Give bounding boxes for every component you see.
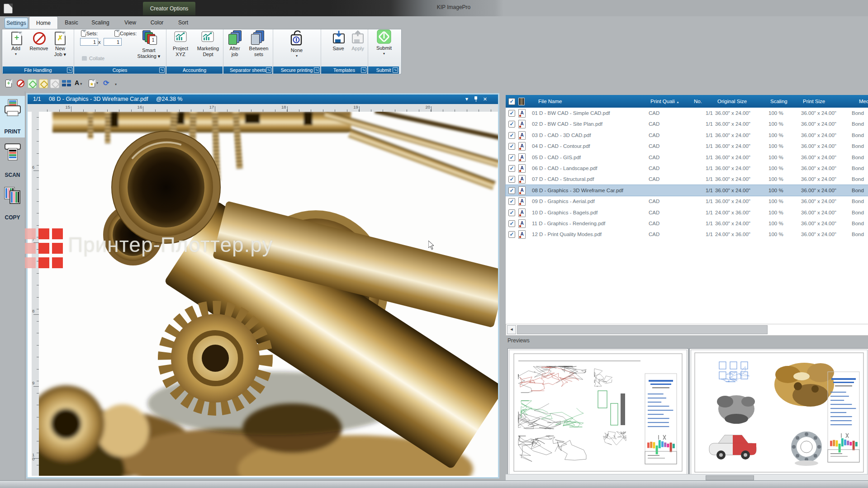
row-checkbox[interactable]: ✓ <box>508 187 515 194</box>
preview-thumbnail-1[interactable] <box>508 348 688 477</box>
tab-sort[interactable]: Sort <box>174 16 192 29</box>
thumbnail-1-drawing <box>509 350 687 475</box>
preview-close-icon[interactable]: ✕ <box>483 95 487 104</box>
row-checkbox[interactable]: ✓ <box>508 143 515 150</box>
scroll-left-arrow[interactable]: ◄ <box>507 325 516 334</box>
secure-printing-dialog-launcher[interactable]: ⇘ <box>314 67 319 73</box>
table-row[interactable]: ✓A02 D - BW CAD - Site Plan.pdfCAD1/136.… <box>506 118 868 129</box>
preview-canvas[interactable] <box>39 112 498 476</box>
pdf-file-icon: A <box>518 164 526 173</box>
table-row[interactable]: ✓A06 D - CAD - Landscape.pdfCAD1/136.00"… <box>506 163 868 174</box>
header-print-quality[interactable]: Print Quali ▲ <box>650 95 679 108</box>
table-row[interactable]: ✓A12 D - Print Quality Modes.pdfCAD1/124… <box>506 229 868 240</box>
preview-thumbnail-2[interactable] <box>689 348 868 477</box>
save-floppy-icon <box>332 30 345 44</box>
table-row[interactable]: ✓A05 D - CAD - GIS.pdfCAD1/136.00" x 24.… <box>506 152 868 163</box>
cell-original: 36.00" x 24.00" <box>715 196 757 207</box>
table-row[interactable]: ✓A09 D - Graphics - Aerial.pdfCAD1/136.0… <box>506 196 868 207</box>
toolbar-stacking-view-button[interactable] <box>62 79 72 87</box>
toolbar-remove-button[interactable] <box>16 79 24 87</box>
row-checkbox[interactable]: ✓ <box>508 154 515 161</box>
cell-media: Bond <box>852 152 868 163</box>
row-checkbox[interactable]: ✓ <box>508 176 515 183</box>
header-scaling[interactable]: Scaling <box>770 95 787 108</box>
header-print-size[interactable]: Print Size <box>803 95 825 108</box>
ruler-h-label: 19 <box>353 104 358 109</box>
previews-scrollbar-thumb[interactable] <box>706 475 754 480</box>
toolbar-submit-green-button[interactable] <box>28 79 37 88</box>
cell-media: Bond <box>852 118 868 129</box>
ruler-corner <box>28 104 39 112</box>
cell-media: Bond <box>852 229 868 240</box>
templates-dialog-launcher[interactable]: ⇘ <box>361 67 366 73</box>
toolbar-add-button[interactable]: + <box>5 79 13 87</box>
app-icon[interactable] <box>4 4 13 14</box>
row-checkbox[interactable]: ✓ <box>508 231 515 238</box>
tab-scaling[interactable]: Scaling <box>86 16 115 29</box>
cell-name: 11 D - Graphics - Rendering.pdf <box>532 218 645 229</box>
row-checkbox[interactable]: ✓ <box>508 121 515 128</box>
select-all-checkbox[interactable]: ✓ <box>508 98 515 105</box>
file-table-horizontal-scrollbar[interactable]: ◄ <box>506 324 868 336</box>
file-handling-dialog-launcher[interactable]: ⇘ <box>67 67 72 73</box>
header-file-name[interactable]: File Name <box>538 95 562 108</box>
tab-basic[interactable]: Basic <box>60 16 83 29</box>
tab-view[interactable]: View <box>120 16 140 29</box>
copies-input[interactable] <box>104 38 122 46</box>
table-row[interactable]: ✓A10 D - Graphics - Bagels.pdfCAD1/124.0… <box>506 207 868 218</box>
header-original-size[interactable]: Original Size <box>717 95 747 108</box>
cell-original: 24.00" x 36.00" <box>715 207 757 218</box>
submit-dialog-launcher[interactable]: ⇘ <box>393 67 398 73</box>
tab-settings[interactable]: Settings <box>5 18 28 28</box>
row-checkbox[interactable]: ✓ <box>508 165 515 172</box>
row-checkbox[interactable]: ✓ <box>508 198 515 205</box>
toolbar-font-button[interactable]: A ▾ <box>75 79 86 87</box>
copies-dialog-launcher[interactable]: ⇘ <box>159 67 165 73</box>
ruler-v-label: 10 <box>32 453 36 461</box>
row-checkbox[interactable]: ✓ <box>508 110 515 117</box>
row-checkbox[interactable]: ✓ <box>508 209 515 216</box>
group-title-secure-printing: Secure printing <box>273 66 320 74</box>
sets-input[interactable] <box>80 38 98 46</box>
cell-original: 24.00" x 36.00" <box>715 229 757 240</box>
sidebar-item-copy[interactable]: COPY <box>0 182 25 223</box>
row-checkbox[interactable]: ✓ <box>508 220 515 227</box>
header-media[interactable]: Medi <box>859 95 868 108</box>
sidebar-item-scan[interactable]: SCAN <box>0 139 25 181</box>
toolbar-more-dropdown[interactable]: ▾ <box>115 79 120 87</box>
kip-imagepro-window: { "window": { "context_tab": "Creator Op… <box>0 0 868 488</box>
toolbar-refresh-button[interactable]: ⟳ <box>103 79 112 87</box>
group-title-separator-sheets: Separator sheets <box>223 66 272 74</box>
cell-quality: CAD <box>649 174 676 185</box>
sidebar-item-print[interactable]: PRINT <box>0 96 25 137</box>
tab-home[interactable]: Home <box>29 16 58 29</box>
preview-image <box>39 112 498 476</box>
previews-scrollbar[interactable] <box>506 474 868 481</box>
table-row[interactable]: ✓A08 D - Graphics - 3D Wireframe Car.pdf… <box>506 185 868 196</box>
preview-pin-icon[interactable] <box>474 96 478 102</box>
toolbar-template-doc-button[interactable]: ★ ▾ <box>89 79 100 87</box>
row-checkbox[interactable]: ✓ <box>508 132 515 139</box>
table-row[interactable]: ✓A03 D - CAD - 3D CAD.pdfCAD1/136.00" x … <box>506 130 868 141</box>
toolbar-submit-yellow-button[interactable] <box>39 79 48 88</box>
scrollbar-thumb[interactable] <box>517 325 768 334</box>
table-row[interactable]: ✓A11 D - Graphics - Rendering.pdfCAD1/13… <box>506 218 868 229</box>
table-row[interactable]: ✓A07 D - CAD - Structural.pdfCAD1/136.00… <box>506 174 868 185</box>
cell-quality: CAD <box>649 218 676 229</box>
table-row[interactable]: ✓A01 D - BW CAD - Simple CAD.pdfCAD1/136… <box>506 108 868 118</box>
separator-sheets-dialog-launcher[interactable]: ⇘ <box>266 67 271 73</box>
previews-section-label: Previews <box>508 337 530 344</box>
status-strip <box>0 480 868 488</box>
cell-quality: CAD <box>649 108 676 118</box>
tab-color[interactable]: Color <box>146 16 168 29</box>
watermark-square <box>25 228 36 239</box>
cell-no: 1/1 <box>700 141 713 152</box>
header-number[interactable]: No. <box>694 95 702 108</box>
vertical-ruler: 678910 <box>32 112 39 476</box>
preview-dropdown-button[interactable]: ▾ <box>465 95 468 104</box>
context-tab-creator-options[interactable]: Creator Options <box>143 2 195 15</box>
cell-name: 06 D - CAD - Landscape.pdf <box>532 163 645 174</box>
watermark-square <box>52 243 63 254</box>
preview-title-bar[interactable]: 1/1 08 D - Graphics - 3D Wireframe Car.p… <box>28 95 498 104</box>
table-row[interactable]: ✓A04 D - CAD - Contour.pdfCAD1/136.00" x… <box>506 141 868 152</box>
